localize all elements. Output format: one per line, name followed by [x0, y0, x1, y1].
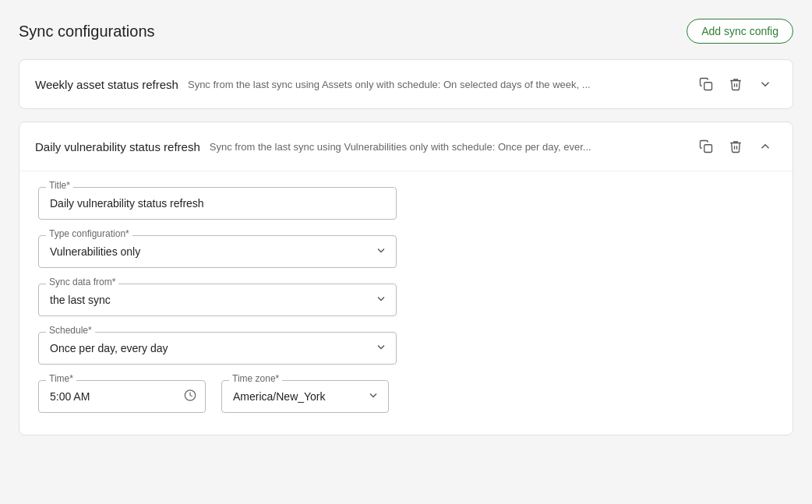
schedule-label: Schedule*	[46, 325, 95, 336]
copy-icon	[699, 77, 713, 91]
chevron-down-icon	[758, 77, 772, 91]
daily-vuln-copy-button[interactable]	[694, 135, 718, 158]
time-field-wrapper	[38, 380, 206, 413]
title-label: Title*	[46, 180, 73, 191]
daily-vuln-subtitle: Sync from the last sync using Vulnerabil…	[210, 141, 685, 153]
weekly-asset-subtitle: Sync from the last sync using Assets onl…	[188, 79, 685, 90]
timezone-select[interactable]: America/New_York America/Chicago America…	[221, 380, 389, 413]
type-config-label: Type configuration*	[46, 228, 132, 239]
copy-icon	[699, 139, 713, 153]
type-config-select-wrapper: Assets only Vulnerabilities only Assets …	[38, 235, 397, 268]
chevron-up-icon	[758, 139, 772, 153]
page-header: Sync configurations Add sync config	[19, 19, 793, 44]
page-title: Sync configurations	[19, 23, 155, 41]
time-tz-row: Time* Time	[38, 380, 774, 413]
weekly-asset-copy-button[interactable]	[694, 72, 718, 96]
time-input[interactable]	[38, 380, 206, 413]
title-field-wrapper: Title*	[38, 187, 774, 220]
weekly-asset-card-header: Weekly asset status refresh Sync from th…	[19, 60, 793, 108]
daily-vuln-actions	[694, 135, 777, 158]
daily-vuln-card: Daily vulnerability status refresh Sync …	[19, 122, 793, 435]
sync-from-select-wrapper: the last sync the beginning	[38, 284, 397, 316]
delete-icon	[729, 77, 743, 91]
daily-vuln-form: Title* Type configuration* Assets only V…	[19, 171, 793, 435]
time-label: Time*	[46, 373, 76, 384]
schedule-select-wrapper: Once per day, every day On selected days…	[38, 332, 397, 365]
schedule-select[interactable]: Once per day, every day On selected days…	[38, 332, 397, 365]
timezone-field-container: Time zone* America/New_York America/Chic…	[221, 380, 389, 413]
schedule-field-wrapper: Schedule* Once per day, every day On sel…	[38, 332, 774, 365]
weekly-asset-expand-button[interactable]	[754, 72, 777, 96]
daily-vuln-title: Daily vulnerability status refresh	[35, 140, 200, 153]
svg-rect-0	[704, 83, 712, 90]
sync-from-field-wrapper: Sync data from* the last sync the beginn…	[38, 284, 774, 316]
weekly-asset-card: Weekly asset status refresh Sync from th…	[19, 59, 793, 109]
weekly-asset-actions	[694, 72, 777, 96]
daily-vuln-card-header: Daily vulnerability status refresh Sync …	[19, 122, 793, 171]
time-row: Time* Time	[38, 380, 774, 413]
daily-vuln-collapse-button[interactable]	[754, 135, 777, 158]
daily-vuln-delete-button[interactable]	[724, 135, 747, 158]
weekly-asset-title: Weekly asset status refresh	[35, 78, 178, 91]
title-input[interactable]	[38, 187, 397, 220]
time-field-container: Time*	[38, 380, 206, 413]
sync-from-select[interactable]: the last sync the beginning	[38, 284, 397, 316]
timezone-label: Time zone*	[229, 373, 282, 384]
weekly-asset-delete-button[interactable]	[724, 72, 747, 96]
type-config-select[interactable]: Assets only Vulnerabilities only Assets …	[38, 235, 397, 268]
timezone-select-wrapper: America/New_York America/Chicago America…	[221, 380, 389, 413]
page-container: Sync configurations Add sync config Week…	[0, 0, 812, 504]
type-config-field-wrapper: Type configuration* Assets only Vulnerab…	[38, 235, 774, 268]
svg-rect-1	[704, 145, 712, 153]
delete-icon	[729, 139, 743, 153]
add-sync-button[interactable]: Add sync config	[687, 19, 793, 44]
sync-from-label: Sync data from*	[46, 277, 118, 287]
